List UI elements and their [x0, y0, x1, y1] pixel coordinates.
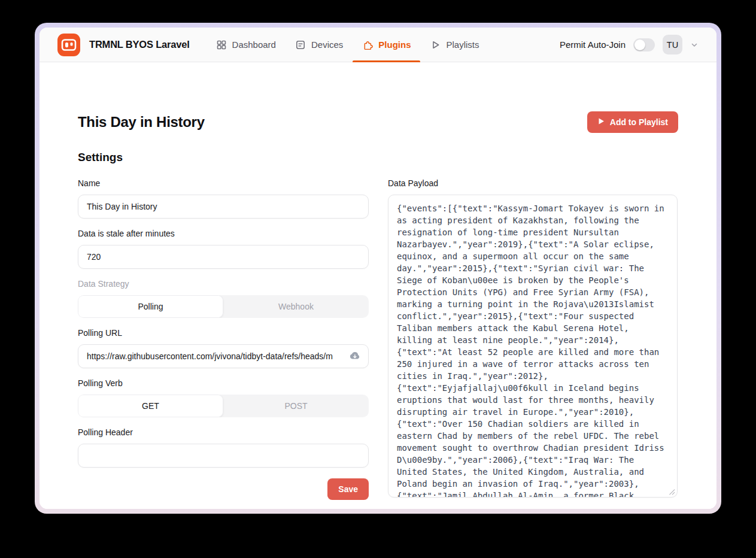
toggle-knob: [634, 40, 645, 50]
nav-tab-devices[interactable]: Devices: [286, 28, 353, 62]
nav-tab-playlists[interactable]: Playlists: [420, 28, 488, 62]
settings-form: Name Data is stale after minutes Data St…: [78, 178, 678, 500]
add-to-playlist-label: Add to Playlist: [610, 117, 668, 127]
nav-tab-label: Dashboard: [232, 40, 276, 50]
trmnl-logo-icon: [57, 34, 80, 56]
form-right-column: Data Payload {"events":[{"text":"Kassym-…: [388, 178, 678, 500]
nav-tab-label: Playlists: [446, 40, 479, 50]
device-card-icon: [295, 40, 306, 50]
settings-heading: Settings: [78, 151, 678, 164]
nav-tab-plugins[interactable]: Plugins: [353, 28, 420, 62]
strategy-option-polling[interactable]: Polling: [78, 295, 223, 318]
data-strategy-group: Data Strategy Polling Webhook: [78, 279, 369, 318]
play-outline-icon: [430, 40, 441, 50]
stale-minutes-input[interactable]: [78, 245, 369, 269]
app-title: TRMNL BYOS Laravel: [89, 39, 190, 50]
form-left-column: Name Data is stale after minutes Data St…: [78, 178, 369, 500]
add-to-playlist-button[interactable]: Add to Playlist: [587, 111, 678, 133]
strategy-option-webhook[interactable]: Webhook: [223, 295, 369, 318]
name-input[interactable]: [78, 195, 369, 219]
verb-option-get[interactable]: GET: [78, 395, 223, 417]
polling-url-input[interactable]: [78, 344, 369, 368]
stale-minutes-label: Data is stale after minutes: [78, 229, 369, 238]
grid-icon: [216, 40, 227, 50]
app-card: TRMNL BYOS Laravel Dashboard: [40, 28, 716, 509]
play-filled-icon: [597, 117, 605, 127]
polling-verb-label: Polling Verb: [78, 378, 369, 388]
title-row: This Day in History Add to Playlist: [78, 111, 678, 133]
polling-url-label: Polling URL: [78, 328, 369, 338]
data-payload-textarea[interactable]: {"events":[{"text":"Kassym-Jomart Tokaye…: [388, 195, 678, 498]
polling-verb-group: Polling Verb GET POST: [78, 378, 369, 417]
data-strategy-segmented-control: Polling Webhook: [78, 295, 369, 318]
data-strategy-label: Data Strategy: [78, 279, 369, 289]
save-row: Save: [78, 478, 369, 500]
polling-verb-segmented-control: GET POST: [78, 395, 369, 417]
data-payload-label: Data Payload: [388, 178, 678, 188]
polling-url-field-group: Polling URL: [78, 328, 369, 368]
polling-header-input[interactable]: [78, 444, 369, 468]
main-nav: Dashboard Devices: [207, 28, 489, 62]
verb-option-post[interactable]: POST: [223, 395, 369, 417]
name-label: Name: [78, 178, 369, 188]
permit-auto-join-toggle[interactable]: [633, 38, 655, 51]
brand: TRMNL BYOS Laravel: [57, 28, 190, 62]
permit-auto-join-label: Permit Auto-Join: [560, 40, 626, 50]
cloud-download-icon[interactable]: [348, 351, 361, 362]
top-navigation-bar: TRMNL BYOS Laravel Dashboard: [40, 28, 716, 62]
avatar[interactable]: TU: [663, 35, 682, 54]
puzzle-icon: [362, 40, 373, 50]
window-frame: TRMNL BYOS Laravel Dashboard: [35, 23, 721, 514]
save-button[interactable]: Save: [327, 478, 369, 500]
name-field-group: Name: [78, 178, 369, 219]
main-content: This Day in History Add to Playlist Sett…: [40, 62, 716, 509]
stale-minutes-field-group: Data is stale after minutes: [78, 229, 369, 269]
topbar-right: Permit Auto-Join TU: [560, 28, 699, 62]
polling-header-field-group: Polling Header: [78, 427, 369, 468]
polling-header-label: Polling Header: [78, 427, 369, 437]
chevron-down-icon[interactable]: [690, 41, 699, 49]
nav-tab-dashboard[interactable]: Dashboard: [207, 28, 286, 62]
nav-tab-label: Devices: [311, 40, 343, 50]
page-title: This Day in History: [78, 114, 205, 131]
nav-tab-label: Plugins: [378, 40, 411, 50]
